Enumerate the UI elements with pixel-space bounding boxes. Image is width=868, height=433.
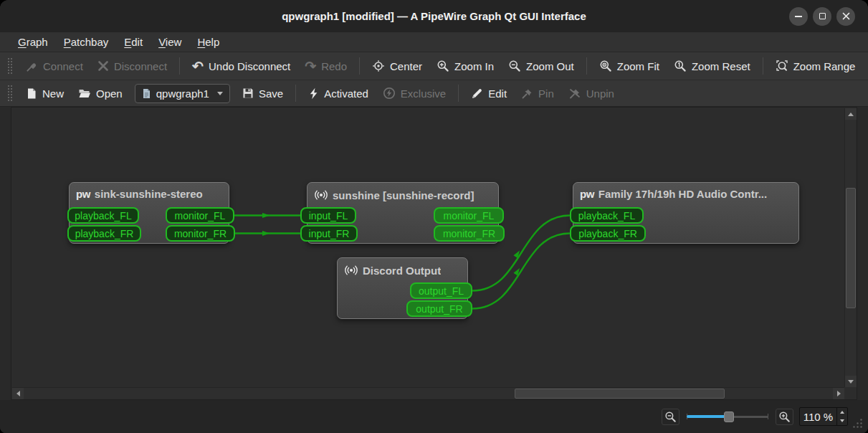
zoom-fit-icon: [599, 60, 612, 72]
app-window: qpwgraph1 [modified] — A PipeWire Graph …: [0, 0, 868, 433]
status-bar: 110 %: [0, 400, 868, 433]
patchbay-file-icon: [142, 88, 151, 99]
cable-arrow: [262, 213, 270, 218]
toolbar-separator: [359, 57, 360, 75]
spin-down-button[interactable]: [837, 417, 847, 425]
zoom-out-button[interactable]: Zoom Out: [501, 55, 581, 77]
center-button[interactable]: Center: [365, 55, 429, 77]
zoom-fit-button[interactable]: Zoom Fit: [592, 55, 667, 77]
close-button[interactable]: [836, 7, 855, 26]
scroll-left-button[interactable]: [12, 388, 24, 399]
activated-icon: [308, 87, 319, 100]
node-header: pw sink-sunshine-stereo: [70, 183, 229, 205]
arrow-down-icon: [848, 380, 854, 384]
toolbar-separator: [179, 57, 180, 75]
scroll-down-button[interactable]: [845, 376, 857, 387]
redo-button[interactable]: ↷ Redo: [297, 55, 354, 77]
connect-button[interactable]: Connect: [19, 55, 90, 77]
cable-arrow: [262, 231, 270, 236]
arrow-left-icon: [16, 391, 20, 396]
vertical-scrollbar[interactable]: [844, 108, 856, 387]
window-resize-grip[interactable]: [852, 418, 863, 429]
toolbar-graph: Connect Disconnect ↶ Undo Disconnect ↷ R…: [0, 52, 868, 80]
statusbar-zoom-in-button[interactable]: [776, 409, 793, 425]
pin-button[interactable]: Pin: [514, 82, 561, 104]
zoom-percent-value: 110 %: [800, 408, 836, 425]
zoom-out-icon: [508, 60, 521, 72]
horizontal-scrollbar-thumb[interactable]: [515, 389, 725, 399]
activated-button[interactable]: Activated: [301, 82, 376, 104]
window-controls: [789, 0, 855, 32]
audio-stream-icon: [344, 263, 358, 277]
toolbar-drag-handle[interactable]: [7, 85, 13, 102]
vertical-scrollbar-thumb[interactable]: [846, 188, 856, 308]
port-monitor-fr[interactable]: monitor_FR: [166, 225, 235, 242]
unpin-button[interactable]: Unpin: [561, 82, 621, 104]
undo-button[interactable]: ↶ Undo Disconnect: [185, 55, 297, 77]
chevron-down-icon: [217, 92, 223, 95]
scroll-right-button[interactable]: [833, 388, 844, 399]
zoom-slider-handle[interactable]: [724, 411, 734, 422]
center-icon: [372, 60, 385, 72]
canvas-frame: pw sink-sunshine-stereo playback_FL play…: [0, 107, 868, 400]
disconnect-button[interactable]: Disconnect: [90, 55, 174, 77]
exclusive-button[interactable]: Exclusive: [376, 82, 453, 104]
toolbar-patchbay: New Open qpwgraph1 Save Activated Exclus…: [0, 80, 868, 107]
spin-up-button[interactable]: [837, 408, 847, 417]
scroll-up-button[interactable]: [845, 108, 857, 120]
exclusive-icon: [383, 87, 396, 100]
edit-button[interactable]: Edit: [464, 82, 514, 104]
node-title: sink-sunshine-stereo: [95, 188, 203, 200]
zoom-reset-icon: [674, 60, 687, 72]
menu-patchbay[interactable]: Patchbay: [56, 32, 117, 52]
zoom-out-icon: [664, 411, 677, 423]
menu-edit[interactable]: Edit: [116, 32, 151, 52]
statusbar-zoom-out-button[interactable]: [662, 409, 679, 425]
toolbar-separator: [295, 85, 296, 102]
spin-buttons: [836, 408, 847, 425]
horizontal-scrollbar[interactable]: [12, 387, 844, 399]
connection-output-fr-playback-fr[interactable]: [472, 234, 570, 309]
toolbar-drag-handle[interactable]: [7, 57, 13, 75]
node-header: pw Family 17h/19h HD Audio Contr...: [573, 183, 798, 205]
port-playback-fl[interactable]: playback_FL: [570, 207, 644, 224]
minimize-icon: [795, 16, 802, 17]
toolbar-separator: [586, 57, 587, 75]
open-button[interactable]: Open: [71, 82, 130, 104]
node-header: Discord Output: [338, 258, 467, 282]
zoom-reset-button[interactable]: Zoom Reset: [667, 55, 758, 77]
save-icon: [242, 87, 254, 99]
port-playback-fr[interactable]: playback_FR: [67, 225, 141, 242]
disconnect-icon: [97, 60, 109, 72]
port-output-fr[interactable]: output_FR: [406, 300, 472, 317]
port-playback-fr[interactable]: playback_FR: [570, 225, 646, 242]
maximize-icon: [819, 13, 826, 19]
port-input-fl[interactable]: input_FL: [300, 207, 356, 224]
zoom-percent-spinbox[interactable]: 110 %: [799, 407, 848, 426]
zoom-slider[interactable]: [685, 410, 770, 423]
zoom-in-button[interactable]: Zoom In: [429, 55, 501, 77]
zoom-in-icon: [778, 411, 791, 423]
port-output-fl[interactable]: output_FL: [410, 282, 472, 299]
graph-canvas[interactable]: pw sink-sunshine-stereo playback_FL play…: [11, 107, 857, 400]
save-button[interactable]: Save: [235, 82, 290, 104]
port-monitor-fl[interactable]: monitor_FL: [434, 207, 504, 224]
toolbar-separator: [763, 57, 763, 75]
minimize-button[interactable]: [789, 7, 808, 26]
port-monitor-fl[interactable]: monitor_FL: [166, 207, 234, 224]
title-bar[interactable]: qpwgraph1 [modified] — A PipeWire Graph …: [0, 0, 868, 32]
arrow-up-icon: [848, 113, 854, 116]
zoom-range-button[interactable]: Zoom Range: [768, 55, 863, 77]
maximize-button[interactable]: [813, 7, 831, 26]
patchbay-select[interactable]: qpwgraph1: [135, 84, 230, 103]
port-input-fr[interactable]: input_FR: [300, 225, 358, 242]
port-playback-fl[interactable]: playback_FL: [67, 207, 139, 224]
toolbar-separator: [458, 85, 459, 102]
menu-graph[interactable]: Graph: [10, 32, 56, 52]
pipewire-icon: pw: [580, 188, 594, 200]
node-title: Discord Output: [363, 265, 441, 277]
new-button[interactable]: New: [19, 82, 71, 104]
menu-view[interactable]: View: [151, 32, 189, 52]
port-monitor-fr[interactable]: monitor_FR: [434, 225, 505, 242]
menu-help[interactable]: Help: [189, 32, 227, 52]
